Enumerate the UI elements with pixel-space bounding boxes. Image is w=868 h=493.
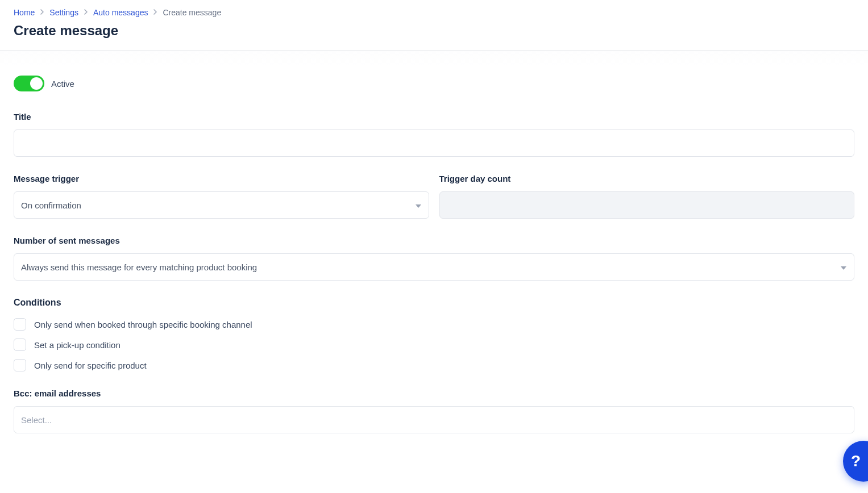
condition-booking-channel[interactable]: Only send when booked through specific b… xyxy=(14,318,854,331)
breadcrumb-auto-messages[interactable]: Auto messages xyxy=(93,8,148,17)
bcc-placeholder: Select... xyxy=(21,415,52,425)
condition-label: Only send for specific product xyxy=(34,361,147,370)
checkbox-icon xyxy=(14,339,26,351)
breadcrumb: Home Settings Auto messages Create messa… xyxy=(14,8,854,17)
chevron-right-icon xyxy=(40,9,44,16)
message-trigger-value: On confirmation xyxy=(21,200,81,210)
sent-count-value: Always send this message for every match… xyxy=(21,262,257,272)
condition-label: Only send when booked through specific b… xyxy=(34,320,252,329)
active-toggle-label: Active xyxy=(51,79,74,89)
active-toggle[interactable] xyxy=(14,76,44,91)
bcc-select[interactable]: Select... xyxy=(14,406,854,433)
checkbox-icon xyxy=(14,318,26,331)
breadcrumb-current: Create message xyxy=(163,8,221,17)
chevron-right-icon xyxy=(84,9,88,16)
trigger-day-count-input xyxy=(439,191,855,219)
message-trigger-label: Message trigger xyxy=(14,174,429,183)
condition-label: Set a pick-up condition xyxy=(34,340,121,350)
toggle-knob xyxy=(30,77,43,90)
question-mark-icon: ? xyxy=(851,452,861,464)
breadcrumb-home[interactable]: Home xyxy=(14,8,35,17)
sent-count-select[interactable]: Always send this message for every match… xyxy=(14,253,854,281)
chevron-right-icon xyxy=(153,9,157,16)
title-input[interactable] xyxy=(14,129,854,157)
sent-count-label: Number of sent messages xyxy=(14,236,854,245)
title-label: Title xyxy=(14,112,854,122)
page-title: Create message xyxy=(14,23,854,39)
breadcrumb-settings[interactable]: Settings xyxy=(49,8,78,17)
condition-specific-product[interactable]: Only send for specific product xyxy=(14,359,854,371)
trigger-day-count-label: Trigger day count xyxy=(439,174,855,183)
bcc-label: Bcc: email addresses xyxy=(14,388,854,398)
checkbox-icon xyxy=(14,359,26,371)
condition-pickup[interactable]: Set a pick-up condition xyxy=(14,339,854,351)
conditions-heading: Conditions xyxy=(14,298,854,308)
message-trigger-select[interactable]: On confirmation xyxy=(14,191,429,219)
